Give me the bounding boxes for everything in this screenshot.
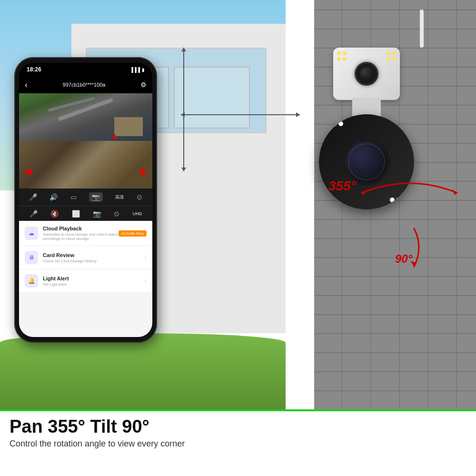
card-review-title: Card Review — [43, 252, 142, 258]
settings-button[interactable]: ⚙ — [140, 81, 147, 89]
pan-angle-label: 355° — [328, 178, 356, 194]
volume-ctrl[interactable]: 🔊 — [50, 193, 58, 201]
h-measure-line — [181, 114, 300, 115]
cloud-playback-title: Cloud Playback — [43, 226, 119, 231]
mic-ctrl[interactable]: 🎤 — [29, 193, 37, 201]
camera-ctrl[interactable]: 📷 — [89, 192, 103, 202]
status-time: 18:26 — [27, 66, 41, 73]
bottom-bar: Pan 355° Tilt 90° Control the rotation a… — [0, 409, 476, 476]
tilt-angle-label: 90° — [395, 252, 412, 266]
card-review-icon: 🖥 — [25, 251, 38, 264]
battery-icon: ▮ — [142, 67, 145, 72]
activate-badge[interactable]: Activate Now — [119, 230, 147, 237]
status-icons: ▐▐▐ ▮ — [130, 67, 145, 72]
arrow-up[interactable]: ▲ — [110, 131, 119, 141]
main-lens-ring — [348, 143, 385, 180]
arrow-right[interactable]: ▶ — [140, 166, 148, 177]
card-review-arrow: › — [145, 254, 147, 261]
arrow-left[interactable]: ◀ — [24, 166, 31, 177]
uhd-label[interactable]: UHD — [133, 211, 142, 216]
camera-antenna — [420, 10, 424, 48]
back-button[interactable]: ‹ — [25, 80, 28, 90]
arrow-controls: ◀ ▶ ▼ ▲ — [19, 124, 152, 188]
camera-mount — [352, 98, 381, 117]
vol-ctrl2[interactable]: 🔇 — [50, 210, 59, 218]
phone-container: 18:26 ▐▐▐ ▮ ‹ 997cb1b0****100a ⚙ — [14, 57, 162, 352]
cloud-playback-desc: Subscribe to cloud storage and collect a… — [43, 232, 119, 241]
light-alert-title: Light Alert — [43, 276, 142, 281]
cam-ctrl2[interactable]: 📷 — [93, 210, 101, 218]
record-ctrl[interactable]: ▭ — [70, 193, 77, 201]
light-alert-desc: Set Light Alert — [43, 282, 142, 287]
svg-marker-0 — [452, 189, 457, 195]
pan-arrow-svg — [357, 181, 462, 205]
quality-ctrl[interactable]: 高清 — [115, 194, 124, 200]
card-review-desc: Check SD Card Storage History — [43, 259, 142, 263]
v-measure-line — [183, 48, 184, 171]
cloud-playback-content: Cloud Playback Subscribe to cloud storag… — [43, 226, 119, 241]
camera-feed: ◀ ▶ ▼ ▲ — [19, 93, 152, 188]
mic-ctrl2[interactable]: 🎤 — [30, 210, 38, 218]
light-alert-content: Light Alert Set Light Alert — [43, 276, 142, 287]
app-title: 997cb1b0****100a — [63, 82, 106, 88]
window-right — [174, 67, 250, 129]
upper-lens-inner — [360, 67, 373, 80]
control-bar-2: 🎤 🔇 ⬜ 📷 ⊙ UHD — [19, 206, 152, 221]
wifi-icon: ▐▐▐ — [130, 67, 140, 72]
bottom-title: Pan 355° Tilt 90° — [10, 417, 466, 437]
phone-notch — [62, 63, 109, 72]
card-review-content: Card Review Check SD Card Storage Histor… — [43, 252, 142, 263]
more-ctrl[interactable]: ⊙ — [137, 193, 142, 201]
light-alert-arrow: › — [145, 278, 147, 284]
cloud-icon: ☁ — [25, 227, 38, 240]
light-alert-icon: 🔔 — [25, 274, 38, 288]
light-alert-item[interactable]: 🔔 Light Alert Set Light Alert › — [19, 269, 152, 293]
record-ctrl2[interactable]: ⬜ — [72, 210, 80, 218]
camera-device: 355° 90° — [319, 38, 452, 286]
control-bar-1: 🎤 🔊 ▭ 📷 高清 ⊙ — [19, 188, 152, 206]
circle-ctrl2[interactable]: ⊙ — [114, 210, 119, 218]
bottom-subtitle: Control the rotation angle to view every… — [10, 439, 466, 449]
cloud-playback-item[interactable]: ☁ Cloud Playback Subscribe to cloud stor… — [19, 221, 152, 246]
svg-marker-1 — [362, 189, 367, 195]
card-review-item[interactable]: 🖥 Card Review Check SD Card Storage Hist… — [19, 246, 152, 269]
phone-screen: 18:26 ▐▐▐ ▮ ‹ 997cb1b0****100a ⚙ — [19, 63, 152, 337]
app-header: ‹ 997cb1b0****100a ⚙ — [19, 76, 152, 93]
upper-lens — [355, 62, 378, 86]
phone-body: 18:26 ▐▐▐ ▮ ‹ 997cb1b0****100a ⚙ — [14, 57, 157, 343]
camera-head-upper — [333, 48, 400, 100]
menu-area: ☁ Cloud Playback Subscribe to cloud stor… — [19, 221, 152, 337]
